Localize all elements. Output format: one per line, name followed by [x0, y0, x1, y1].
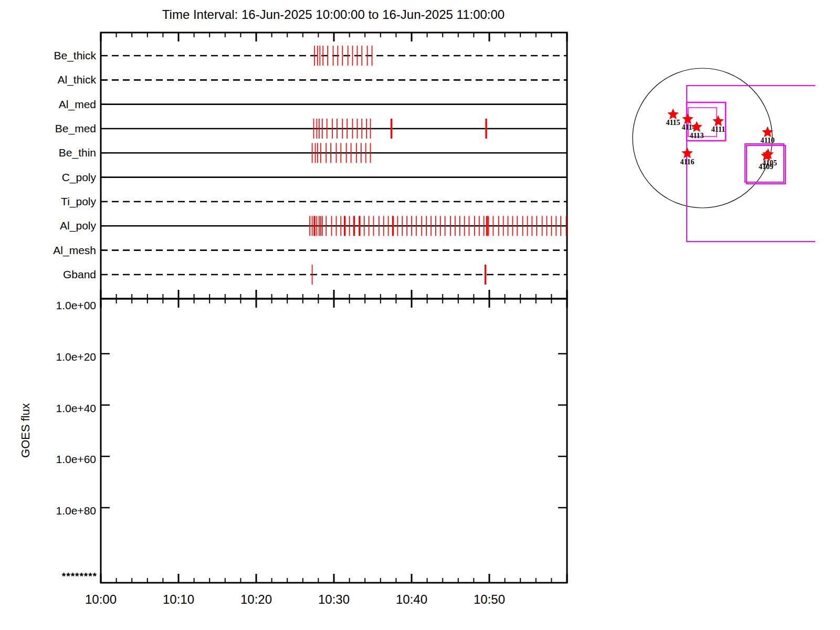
ar-label-4115: 4115	[666, 119, 680, 127]
ar-label-4116: 4116	[680, 158, 694, 166]
filter-label-Gband: Gband	[63, 268, 96, 280]
goes-ytick-label: 1.0e+80	[56, 505, 97, 517]
ar-star-4111	[712, 116, 724, 127]
x-tick-label: 10:10	[163, 592, 194, 606]
chart-title: Time Interval: 16-Jun-2025 10:00:00 to 1…	[100, 7, 567, 22]
filter-label-Al_mesh: Al_mesh	[53, 244, 96, 257]
x-tick-label: 10:30	[318, 592, 350, 606]
ar-label-4109: 4109	[759, 163, 773, 171]
timeline-goes-sunmap-plot: 10:0010:1010:2010:3010:4010:50Be_thickAl…	[0, 0, 840, 630]
goes-ytick-label: 1.0e+20	[56, 351, 97, 363]
filter-label-Be_thick: Be_thick	[54, 49, 96, 62]
ar-label-4110: 4110	[760, 136, 774, 144]
ar-star-4115	[667, 109, 679, 120]
filter-label-C_poly: C_poly	[62, 171, 97, 184]
x-tick-label: 10:40	[396, 592, 427, 606]
fov-box-large-fov	[687, 86, 815, 242]
x-tick-label: 10:00	[85, 592, 117, 606]
goes-panel-frame	[101, 299, 567, 583]
filter-label-Ti_poly: Ti_poly	[61, 195, 96, 208]
filter-label-Be_med: Be_med	[55, 122, 96, 135]
goes-ytick-label: 1.0e+00	[56, 299, 97, 311]
ar-star-4114	[682, 113, 694, 124]
ar-label-4113: 4113	[689, 132, 704, 140]
filter-label-Al_med: Al_med	[59, 98, 96, 111]
filter-label-Al_thick: Al_thick	[57, 74, 96, 86]
timeline-panel-frame	[101, 33, 567, 299]
goes-ylabel: GOES flux	[19, 403, 32, 458]
goes-ytick-label: 1.0e+60	[56, 453, 97, 465]
goes-overflow-label: ********	[62, 571, 97, 582]
x-tick-label: 10:50	[474, 592, 505, 606]
ar-label-4111: 4111	[711, 125, 725, 133]
x-tick-label: 10:20	[240, 592, 272, 606]
filter-label-Al_poly: Al_poly	[60, 219, 96, 232]
goes-ytick-label: 1.0e+40	[56, 402, 97, 414]
plot-canvas: Time Interval: 16-Jun-2025 10:00:00 to 1…	[0, 0, 840, 630]
filter-label-Be_thin: Be_thin	[59, 146, 96, 159]
